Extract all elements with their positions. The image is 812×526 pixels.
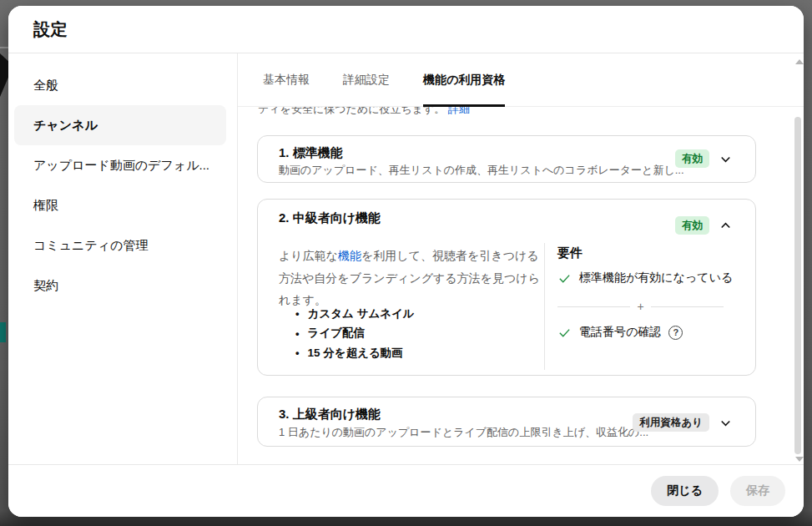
- sidebar-item-channel[interactable]: チャンネル: [14, 105, 226, 145]
- card-title: 2. 中級者向け機能: [279, 209, 381, 227]
- sidebar-item-agreements[interactable]: 契約: [14, 266, 226, 306]
- card-standard-features[interactable]: 1. 標準機能 動画のアップロード、再生リストの作成、再生リストへのコラボレータ…: [257, 135, 756, 183]
- close-button[interactable]: 閉じる: [651, 476, 719, 506]
- requirements-joiner: +: [557, 300, 724, 313]
- green-checkmark-icon: [557, 326, 572, 340]
- dialog-header: 設定: [8, 6, 804, 53]
- channel-tabbar: 基本情報 詳細設定 機能の利用資格: [238, 53, 804, 107]
- sidebar-item-permissions[interactable]: 権限: [14, 185, 226, 225]
- requirement-row: 標準機能が有効になっている: [557, 271, 733, 286]
- card-subtitle: 動画のアップロード、再生リストの作成、再生リストへのコラボレーターと新し...: [279, 162, 684, 179]
- chevron-down-icon[interactable]: [718, 415, 734, 431]
- settings-content: 基本情報 詳細設定 機能の利用資格 ティを安全に保つために役立ちます。 詳細 1…: [238, 53, 804, 464]
- status-badge: 有効: [675, 216, 709, 235]
- list-item: 15 分を超える動画: [295, 343, 415, 363]
- scrollbar-up-arrow[interactable]: [795, 59, 804, 64]
- description-text: より広範な: [279, 249, 338, 262]
- card-subtitle: 1 日あたりの動画のアップロードとライブ配信の上限引き上げ、収益化の...: [279, 424, 648, 441]
- scrollbar-down-arrow[interactable]: [795, 457, 804, 462]
- chevron-down-icon[interactable]: [718, 151, 734, 167]
- sidebar-item-community[interactable]: コミュニティの管理: [14, 225, 226, 266]
- sidebar-item-general[interactable]: 全般: [14, 65, 226, 105]
- requirements-heading: 要件: [557, 245, 583, 261]
- column-divider: [544, 243, 545, 370]
- tab-feature-eligibility[interactable]: 機能の利用資格: [423, 53, 505, 107]
- scroll-area: ティを安全に保つために役立ちます。 詳細 1. 標準機能 動画のアップロード、再…: [238, 53, 804, 464]
- green-checkmark-icon: [557, 271, 572, 286]
- scrollbar-thumb[interactable]: [794, 117, 801, 454]
- settings-dialog: 設定 全般 チャンネル アップロード動画のデフォル... 権限 コミュニティの管…: [8, 6, 804, 517]
- save-button[interactable]: 保存: [730, 476, 785, 506]
- dialog-footer: 閉じる 保存: [8, 464, 804, 517]
- tab-advanced-settings[interactable]: 詳細設定: [343, 53, 390, 107]
- card-intermediate-features: 2. 中級者向け機能 有効 より広範な機能を利用して、視聴者を引きつける方法や自…: [257, 199, 756, 376]
- requirement-label: 電話番号の確認: [579, 325, 661, 340]
- list-item: カスタム サムネイル: [295, 304, 415, 324]
- status-badge: 利用資格あり: [633, 413, 709, 432]
- tab-basic-info[interactable]: 基本情報: [263, 53, 310, 107]
- feature-list: カスタム サムネイル ライブ配信 15 分を超える動画: [295, 304, 415, 363]
- sidebar-item-upload-defaults[interactable]: アップロード動画のデフォル...: [14, 145, 226, 185]
- card-description: より広範な機能を利用して、視聴者を引きつける方法や自分をブランディングする方法を…: [279, 245, 544, 311]
- status-badge: 有効: [675, 149, 709, 168]
- card-title: 1. 標準機能: [279, 144, 343, 162]
- card-title: 3. 上級者向け機能: [279, 405, 381, 423]
- plus-symbol: +: [637, 300, 643, 313]
- requirement-row: 電話番号の確認 ?: [557, 325, 683, 340]
- card-advanced-features[interactable]: 3. 上級者向け機能 1 日あたりの動画のアップロードとライブ配信の上限引き上げ…: [257, 397, 756, 447]
- requirement-label: 標準機能が有効になっている: [579, 271, 733, 286]
- list-item: ライブ配信: [295, 324, 415, 344]
- page-title: 設定: [33, 18, 68, 41]
- question-circle-icon[interactable]: ?: [668, 326, 683, 340]
- settings-sidebar: 全般 チャンネル アップロード動画のデフォル... 権限 コミュニティの管理 契…: [8, 53, 238, 464]
- underlying-page-fragment: [0, 322, 6, 342]
- underlying-page-fragment: [0, 47, 8, 48]
- features-link[interactable]: 機能: [338, 249, 361, 262]
- chevron-up-icon[interactable]: [718, 218, 734, 234]
- underlying-page-fragment: [0, 53, 8, 97]
